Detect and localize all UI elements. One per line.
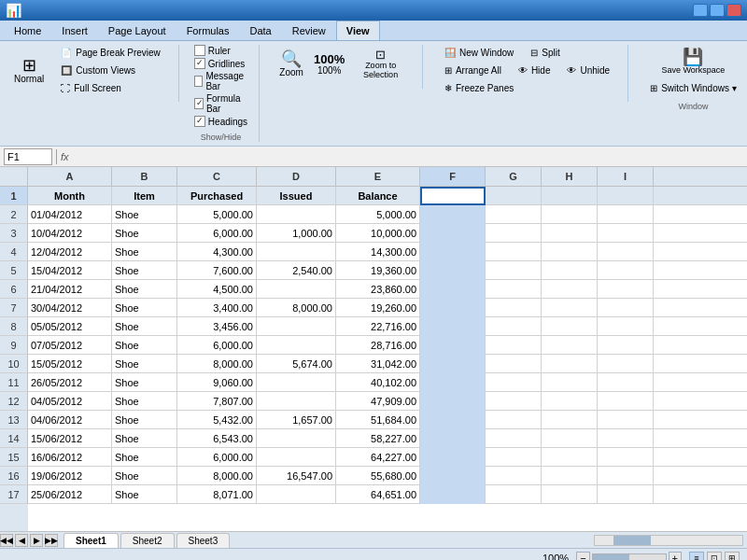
cell-C9[interactable]: 6,000.00 (177, 336, 257, 355)
cell-G8[interactable] (486, 317, 542, 336)
cell-C8[interactable]: 3,456.00 (177, 317, 257, 336)
zoom-100-button[interactable]: 100% 100% (312, 49, 346, 79)
headings-checkbox[interactable] (194, 116, 205, 127)
cell-C15[interactable]: 6,000.00 (177, 448, 257, 467)
row-num-3[interactable]: 3 (0, 224, 28, 243)
row-num-12[interactable]: 12 (0, 392, 28, 411)
cell-F6[interactable] (420, 280, 486, 299)
header-issued[interactable]: Issued (257, 187, 336, 205)
cell-B6[interactable]: Shoe (112, 280, 177, 299)
cell-E8[interactable]: 22,716.00 (336, 317, 420, 336)
cell-h1[interactable] (542, 187, 598, 205)
row-num-6[interactable]: 6 (0, 280, 28, 299)
tab-insert[interactable]: Insert (51, 21, 98, 40)
col-header-g[interactable]: G (486, 167, 542, 186)
cell-G13[interactable] (486, 411, 542, 429)
zoom-minus-icon[interactable]: − (576, 552, 589, 561)
cell-D3[interactable]: 1,000.00 (257, 224, 336, 243)
cell-E13[interactable]: 51,684.00 (336, 411, 420, 429)
cell-H12[interactable] (542, 392, 598, 411)
cell-H15[interactable] (542, 448, 598, 467)
cell-I2[interactable] (598, 205, 654, 224)
cell-A8[interactable]: 05/05/2012 (28, 317, 112, 336)
cell-G7[interactable] (486, 299, 542, 317)
col-header-f[interactable]: F (420, 167, 486, 186)
row-num-4[interactable]: 4 (0, 243, 28, 261)
col-header-a[interactable]: A (28, 167, 112, 186)
row-num-8[interactable]: 8 (0, 317, 28, 336)
cell-I7[interactable] (598, 299, 654, 317)
cell-H10[interactable] (542, 355, 598, 373)
tab-scroll-prev[interactable]: ◀ (15, 534, 28, 547)
cell-B4[interactable]: Shoe (112, 243, 177, 261)
cell-A15[interactable]: 16/06/2012 (28, 448, 112, 467)
cell-B5[interactable]: Shoe (112, 261, 177, 280)
cell-E2[interactable]: 5,000.00 (336, 205, 420, 224)
cell-H2[interactable] (542, 205, 598, 224)
hide-button[interactable]: 👁 Hide (512, 63, 557, 78)
cell-G5[interactable] (486, 261, 542, 280)
col-header-d[interactable]: D (257, 167, 336, 186)
cell-f1[interactable] (420, 187, 486, 205)
cell-C16[interactable]: 8,000.00 (177, 467, 257, 485)
cell-I15[interactable] (598, 448, 654, 467)
normal-view-status-btn[interactable]: ≡ (689, 552, 704, 561)
freeze-panes-button[interactable]: ❄ Freeze Panes (438, 80, 520, 96)
cell-D15[interactable] (257, 448, 336, 467)
cell-H3[interactable] (542, 224, 598, 243)
row-num-14[interactable]: 14 (0, 429, 28, 448)
cell-E6[interactable]: 23,860.00 (336, 280, 420, 299)
cell-G10[interactable] (486, 355, 542, 373)
cell-D5[interactable]: 2,540.00 (257, 261, 336, 280)
cell-G4[interactable] (486, 243, 542, 261)
cell-D7[interactable]: 8,000.00 (257, 299, 336, 317)
cell-g1[interactable] (486, 187, 542, 205)
cell-F2[interactable] (420, 205, 486, 224)
cell-F15[interactable] (420, 448, 486, 467)
cell-D10[interactable]: 5,674.00 (257, 355, 336, 373)
new-window-button[interactable]: 🪟 New Window (438, 45, 520, 61)
tab-formulas[interactable]: Formulas (176, 21, 240, 40)
cell-H17[interactable] (542, 485, 598, 504)
cell-D13[interactable]: 1,657.00 (257, 411, 336, 429)
cell-G17[interactable] (486, 485, 542, 504)
cell-A7[interactable]: 30/04/2012 (28, 299, 112, 317)
cell-G2[interactable] (486, 205, 542, 224)
cell-G12[interactable] (486, 392, 542, 411)
cell-I9[interactable] (598, 336, 654, 355)
split-button[interactable]: ⊟ Split (524, 45, 566, 61)
cell-F14[interactable] (420, 429, 486, 448)
cell-C13[interactable]: 5,432.00 (177, 411, 257, 429)
cell-A12[interactable]: 04/05/2012 (28, 392, 112, 411)
cell-I4[interactable] (598, 243, 654, 261)
cell-G15[interactable] (486, 448, 542, 467)
cell-F16[interactable] (420, 467, 486, 485)
cell-D9[interactable] (257, 336, 336, 355)
cell-G11[interactable] (486, 373, 542, 392)
cell-F7[interactable] (420, 299, 486, 317)
cell-D17[interactable] (257, 485, 336, 504)
cell-F13[interactable] (420, 411, 486, 429)
cell-C5[interactable]: 7,600.00 (177, 261, 257, 280)
col-header-i[interactable]: I (598, 167, 654, 186)
cell-A4[interactable]: 12/04/2012 (28, 243, 112, 261)
cell-E5[interactable]: 19,360.00 (336, 261, 420, 280)
cell-C12[interactable]: 7,807.00 (177, 392, 257, 411)
minimize-button[interactable] (693, 4, 708, 17)
formula-bar-checkbox[interactable] (194, 98, 204, 109)
cell-H4[interactable] (542, 243, 598, 261)
ruler-checkbox[interactable] (194, 45, 205, 56)
gridlines-checkbox[interactable] (194, 58, 205, 69)
cell-B15[interactable]: Shoe (112, 448, 177, 467)
cell-C14[interactable]: 6,543.00 (177, 429, 257, 448)
cell-D2[interactable] (257, 205, 336, 224)
cell-F12[interactable] (420, 392, 486, 411)
cell-C7[interactable]: 3,400.00 (177, 299, 257, 317)
header-month[interactable]: Month (28, 187, 112, 205)
cell-B3[interactable]: Shoe (112, 224, 177, 243)
sheet-tab-1[interactable]: Sheet1 (63, 533, 119, 548)
cell-I16[interactable] (598, 467, 654, 485)
cell-A10[interactable]: 15/05/2012 (28, 355, 112, 373)
cell-B2[interactable]: Shoe (112, 205, 177, 224)
cell-B14[interactable]: Shoe (112, 429, 177, 448)
